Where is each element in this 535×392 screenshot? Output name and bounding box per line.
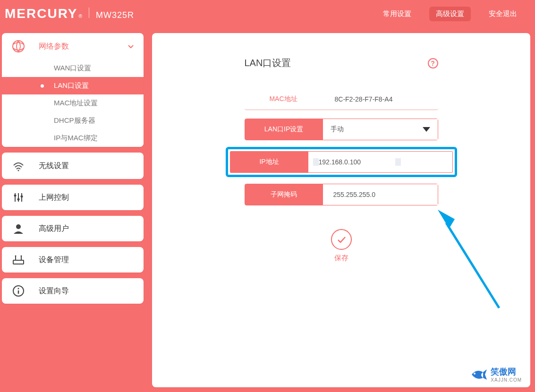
mac-address-value: 8C-F2-28-F7-F8-A4 [323, 95, 438, 103]
lan-ip-mode-label: LAN口IP设置 [245, 119, 323, 140]
svg-point-15 [18, 288, 19, 290]
lan-ip-mode-value: 手动 [331, 125, 344, 134]
svg-point-13 [21, 256, 22, 257]
sidebar-item-dhcp[interactable]: DHCP服务器 [2, 112, 144, 129]
ip-address-input[interactable] [319, 158, 395, 166]
svg-point-1 [18, 170, 19, 171]
sidebar-network-submenu: WAN口设置 LAN口设置 MAC地址设置 DHCP服务器 IP与MAC绑定 [2, 60, 144, 147]
svg-marker-17 [438, 210, 455, 229]
info-icon [10, 285, 26, 297]
subnet-mask-row: 子网掩码 [245, 184, 438, 205]
sidebar-network-label: 网络参数 [39, 42, 69, 51]
nav-advanced-settings[interactable]: 高级设置 [429, 7, 471, 21]
dropdown-arrow-icon [423, 127, 430, 132]
help-icon[interactable]: ? [428, 58, 438, 68]
brand-model: MW325R [96, 10, 134, 20]
lan-ip-mode-select[interactable]: 手动 [323, 119, 438, 140]
svg-point-6 [17, 198, 20, 201]
page-title: LAN口设置 [245, 57, 291, 69]
sidebar-access-control[interactable]: 上网控制 [2, 185, 144, 210]
watermark: 笑傲网 XAJJN.COM [469, 366, 522, 383]
globe-icon [10, 40, 26, 53]
save-button[interactable]: 保存 [245, 229, 438, 263]
chevron-down-icon [127, 42, 135, 51]
sidebar-advanced-user[interactable]: 高级用户 [2, 216, 144, 241]
svg-rect-9 [13, 260, 24, 264]
subnet-mask-label: 子网掩码 [245, 184, 323, 205]
nav-logout[interactable]: 安全退出 [482, 7, 524, 21]
check-circle-icon [331, 229, 352, 250]
svg-point-18 [474, 373, 476, 375]
lan-ip-mode-row[interactable]: LAN口IP设置 手动 [245, 119, 438, 140]
subnet-mask-input[interactable] [333, 191, 410, 198]
nav-common-settings[interactable]: 常用设置 [376, 7, 418, 21]
sidebar-wireless-label: 无线设置 [39, 161, 69, 171]
header-nav: 常用设置 高级设置 安全退出 [376, 7, 524, 21]
sidebar-item-mac[interactable]: MAC地址设置 [2, 94, 144, 112]
sidebar-item-ipmac[interactable]: IP与MAC绑定 [2, 129, 144, 147]
user-icon [10, 222, 26, 235]
annotation-arrow-icon [438, 209, 504, 313]
app-header: MERCURY ® MW325R 常用设置 高级设置 安全退出 [0, 0, 535, 27]
fish-logo-icon [469, 367, 488, 382]
sidebar-setup-wizard[interactable]: 设置向导 [2, 278, 144, 304]
brand-name: MERCURY [5, 6, 78, 21]
sidebar-network[interactable]: 网络参数 WAN口设置 LAN口设置 MAC地址设置 DHCP服务器 IP与MA… [2, 33, 144, 147]
brand-registered: ® [79, 14, 82, 19]
brand-separator [89, 8, 89, 18]
sidebar-device-management[interactable]: 设备管理 [2, 247, 144, 273]
svg-point-8 [16, 224, 21, 229]
svg-point-7 [21, 196, 23, 198]
content-panel: LAN口设置 ? MAC地址 8C-F2-28-F7-F8-A4 LAN口IP设… [152, 33, 530, 387]
sidebar-access-control-label: 上网控制 [39, 193, 69, 203]
mac-address-label: MAC地址 [245, 95, 323, 103]
sidebar-wireless[interactable]: 无线设置 [2, 153, 144, 179]
ip-address-label: IP地址 [230, 152, 308, 172]
watermark-text: 笑傲网 [491, 367, 516, 376]
sliders-icon [10, 191, 26, 204]
lan-settings-form: MAC地址 8C-F2-28-F7-F8-A4 LAN口IP设置 手动 IP地址 [245, 91, 438, 263]
sidebar-item-lan[interactable]: LAN口设置 [2, 77, 144, 94]
brand: MERCURY ® MW325R [5, 6, 134, 21]
sidebar-setup-wizard-label: 设置向导 [39, 286, 69, 296]
sidebar-advanced-user-label: 高级用户 [39, 224, 69, 234]
mac-address-row: MAC地址 8C-F2-28-F7-F8-A4 [245, 91, 438, 110]
sidebar-device-management-label: 设备管理 [39, 255, 69, 265]
wifi-icon [10, 159, 26, 172]
ip-address-highlight-box: IP地址 [226, 147, 457, 177]
watermark-subtext: XAJJN.COM [491, 377, 522, 383]
ip-address-row: IP地址 [230, 151, 453, 173]
sidebar-item-wan[interactable]: WAN口设置 [2, 60, 144, 77]
router-icon [10, 254, 26, 266]
svg-point-5 [14, 195, 17, 197]
save-label: 保存 [334, 254, 348, 263]
svg-point-12 [15, 256, 17, 257]
sidebar: 网络参数 WAN口设置 LAN口设置 MAC地址设置 DHCP服务器 IP与MA… [2, 33, 144, 387]
